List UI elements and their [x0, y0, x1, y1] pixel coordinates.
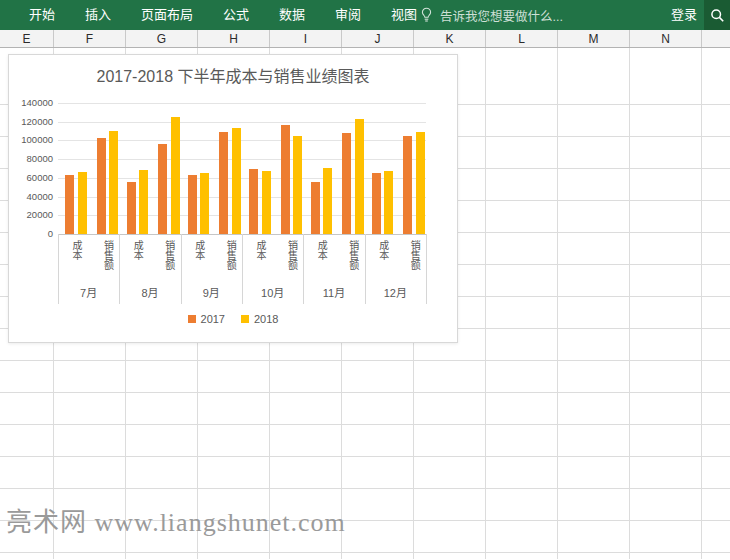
chart-bar-2018-11月-成本[interactable] [323, 168, 332, 234]
column-header-H[interactable]: H [198, 30, 270, 47]
x-axis-subcategory-label: 销售额 [162, 240, 176, 282]
chart-bar-2017-11月-成本[interactable] [311, 182, 320, 234]
chart-title: 2017-2018 下半年成本与销售业绩图表 [9, 63, 457, 87]
chart-bar-2017-10月-销售额[interactable] [281, 125, 290, 234]
legend-swatch [241, 315, 249, 323]
column-header-N[interactable]: N [630, 30, 702, 47]
y-axis-tick-label: 80000 [9, 154, 53, 164]
x-axis-subcategory-label: 销售额 [285, 240, 299, 282]
chart-bar-2017-8月-成本[interactable] [127, 182, 136, 234]
x-axis-subcategory-label: 销售额 [407, 240, 421, 282]
x-axis-category-label: 7月 [58, 284, 119, 298]
column-header-E[interactable]: E [0, 30, 54, 47]
column-header-K[interactable]: K [414, 30, 486, 47]
chart-bar-2018-12月-成本[interactable] [384, 171, 393, 234]
y-axis-tick-label: 60000 [9, 173, 53, 183]
tab-formulas[interactable]: 公式 [208, 0, 264, 30]
sign-in-button[interactable]: 登录 [671, 0, 697, 30]
chart-object[interactable]: 2017-2018 下半年成本与销售业绩图表 02000040000600008… [8, 54, 458, 343]
chart-bar-2018-8月-销售额[interactable] [171, 117, 180, 234]
x-axis-category-label: 8月 [119, 284, 180, 298]
x-axis-subcategory-label: 成本 [192, 240, 206, 282]
y-axis-tick-label: 20000 [9, 210, 53, 220]
chart-gridline [58, 103, 426, 104]
ribbon-tab-bar: 开始 插入 页面布局 公式 数据 审阅 视图 告诉我您想要做什么... 登录 [0, 0, 730, 30]
lightbulb-icon [420, 7, 433, 23]
chart-bar-2017-12月-成本[interactable] [372, 173, 381, 234]
chart-bar-2017-11月-销售额[interactable] [342, 133, 351, 234]
category-separator [426, 234, 427, 304]
chart-bar-2018-9月-成本[interactable] [200, 173, 209, 234]
chart-bar-2018-7月-成本[interactable] [78, 172, 87, 234]
legend-label: 2018 [254, 313, 278, 325]
watermark: 亮术网 www.liangshunet.com [6, 501, 346, 538]
tab-review[interactable]: 审阅 [320, 0, 376, 30]
chart-bar-2017-10月-成本[interactable] [249, 169, 258, 234]
tab-data[interactable]: 数据 [264, 0, 320, 30]
x-axis-subcategory-label: 成本 [130, 240, 144, 282]
chart-bar-2017-7月-成本[interactable] [65, 175, 74, 234]
x-axis-category-label: 11月 [303, 284, 364, 298]
y-axis-tick-label: 140000 [9, 98, 53, 108]
column-header-M[interactable]: M [558, 30, 630, 47]
column-header-J[interactable]: J [342, 30, 414, 47]
column-header-I[interactable]: I [270, 30, 342, 47]
chart-bar-2018-8月-成本[interactable] [139, 170, 148, 234]
tab-insert[interactable]: 插入 [70, 0, 126, 30]
x-axis-category-label: 9月 [181, 284, 242, 298]
y-axis-tick-label: 120000 [9, 117, 53, 127]
column-header-partial[interactable] [702, 30, 730, 47]
chart-bar-2017-9月-销售额[interactable] [219, 132, 228, 234]
chart-gridline [58, 122, 426, 123]
chart-bar-2018-11月-销售额[interactable] [355, 119, 364, 234]
chart-bar-2017-7月-销售额[interactable] [97, 138, 106, 234]
chart-bar-2018-10月-成本[interactable] [262, 171, 271, 234]
chart-bar-2017-12月-销售额[interactable] [403, 136, 412, 234]
chart-legend: 20172018 [9, 313, 457, 325]
chart-bar-2018-9月-销售额[interactable] [232, 128, 241, 234]
x-axis-category-label: 12月 [365, 284, 426, 298]
ribbon-tabs: 开始 插入 页面布局 公式 数据 审阅 视图 [14, 0, 432, 30]
tell-me-box[interactable]: 告诉我您想要做什么... [420, 0, 563, 30]
legend-swatch [188, 315, 196, 323]
column-header-L[interactable]: L [486, 30, 558, 47]
magnifier-icon [710, 8, 725, 23]
x-axis-subcategory-label: 销售额 [346, 240, 360, 282]
x-axis-subcategory-label: 成本 [314, 240, 328, 282]
y-axis-tick-label: 0 [9, 229, 53, 239]
column-header-G[interactable]: G [126, 30, 198, 47]
x-axis-category-label: 10月 [242, 284, 303, 298]
search-button[interactable] [704, 0, 730, 30]
y-axis-tick-label: 100000 [9, 135, 53, 145]
chart-bar-2017-9月-成本[interactable] [188, 175, 197, 234]
column-header-F[interactable]: F [54, 30, 126, 47]
legend-item-2018: 2018 [241, 313, 278, 325]
sheet-grid[interactable]: 2017-2018 下半年成本与销售业绩图表 02000040000600008… [0, 48, 730, 559]
x-axis-subcategory-label: 销售额 [101, 240, 115, 282]
tab-page-layout[interactable]: 页面布局 [126, 0, 208, 30]
legend-label: 2017 [201, 313, 225, 325]
chart-bar-2018-7月-销售额[interactable] [109, 131, 118, 234]
chart-bar-2018-12月-销售额[interactable] [416, 132, 425, 234]
tell-me-placeholder: 告诉我您想要做什么... [440, 6, 563, 25]
x-axis-subcategory-label: 销售额 [223, 240, 237, 282]
column-headers: E F G H I J K L M N [0, 30, 730, 48]
x-axis-subcategory-label: 成本 [69, 240, 83, 282]
y-axis-tick-label: 40000 [9, 192, 53, 202]
legend-item-2017: 2017 [188, 313, 225, 325]
x-axis-subcategory-label: 成本 [376, 240, 390, 282]
chart-bar-2018-10月-销售额[interactable] [293, 136, 302, 234]
x-axis-subcategory-label: 成本 [253, 240, 267, 282]
chart-bar-2017-8月-销售额[interactable] [158, 144, 167, 234]
tab-home[interactable]: 开始 [14, 0, 70, 30]
